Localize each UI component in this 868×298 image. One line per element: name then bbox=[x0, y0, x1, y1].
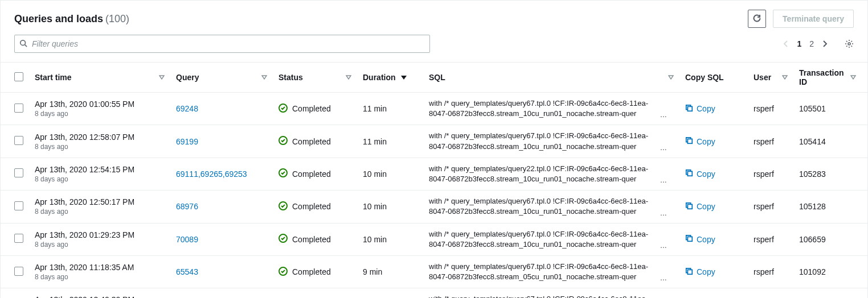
sql-preview: with /* query_templates/query67.tpl.0 !C… bbox=[429, 262, 657, 282]
svg-rect-11 bbox=[687, 237, 692, 242]
transaction-id-value: 105128 bbox=[799, 202, 826, 211]
query-link[interactable]: 65543 bbox=[176, 267, 198, 276]
sort-desc-icon[interactable] bbox=[400, 74, 407, 80]
duration-value: 9 min bbox=[363, 267, 382, 276]
copy-sql-button[interactable]: Copy bbox=[685, 267, 715, 277]
page-prev[interactable] bbox=[783, 40, 789, 48]
query-link[interactable]: 68976 bbox=[176, 202, 198, 211]
sql-ellipsis: ... bbox=[660, 143, 667, 152]
copy-sql-button[interactable]: Copy bbox=[685, 104, 715, 114]
row-checkbox[interactable] bbox=[14, 201, 23, 210]
user-value: rsperf bbox=[754, 235, 774, 244]
col-transaction-id[interactable]: Transaction ID bbox=[799, 68, 848, 86]
duration-value: 10 min bbox=[363, 202, 387, 211]
start-time-ago: 8 days ago bbox=[35, 143, 165, 151]
page-2[interactable]: 2 bbox=[809, 39, 814, 48]
check-circle-icon bbox=[279, 267, 288, 278]
filter-icon[interactable] bbox=[668, 74, 674, 80]
filter-search[interactable] bbox=[14, 35, 430, 53]
status-text: Completed bbox=[292, 104, 331, 113]
panel-title: Queries and loads bbox=[14, 13, 103, 25]
query-link[interactable]: 69199 bbox=[176, 137, 198, 146]
status-text: Completed bbox=[292, 235, 331, 244]
panel-subheader: 1 2 bbox=[1, 32, 867, 62]
user-value: rsperf bbox=[754, 169, 774, 179]
row-checkbox[interactable] bbox=[14, 104, 23, 113]
refresh-icon bbox=[752, 14, 761, 24]
user-value: rsperf bbox=[754, 137, 774, 146]
copy-label: Copy bbox=[697, 137, 715, 146]
col-query[interactable]: Query bbox=[176, 73, 199, 82]
transaction-id-value: 105414 bbox=[799, 137, 826, 146]
sql-ellipsis: ... bbox=[660, 208, 667, 217]
sql-ellipsis: ... bbox=[660, 175, 667, 184]
col-status[interactable]: Status bbox=[279, 73, 303, 82]
table-row: Apr 13th, 2020 12:58:07 PM8 days ago6919… bbox=[1, 125, 867, 158]
transaction-id-value: 106659 bbox=[799, 235, 826, 244]
check-circle-icon bbox=[279, 234, 288, 245]
filter-icon[interactable] bbox=[159, 74, 165, 80]
start-time-ago: 8 days ago bbox=[35, 241, 165, 249]
filter-input[interactable] bbox=[32, 39, 425, 48]
sql-preview: with /* query_templates/query67.tpl.0 !C… bbox=[429, 98, 657, 119]
row-checkbox[interactable] bbox=[14, 234, 23, 243]
check-circle-icon bbox=[279, 201, 288, 212]
duration-value: 11 min bbox=[363, 137, 387, 146]
copy-sql-button[interactable]: Copy bbox=[685, 202, 715, 212]
pagination: 1 2 bbox=[783, 39, 854, 48]
start-time-value: Apr 13th, 2020 01:29:23 PM bbox=[35, 230, 165, 239]
duration-value: 10 min bbox=[363, 169, 387, 179]
page-1[interactable]: 1 bbox=[797, 39, 801, 48]
svg-rect-13 bbox=[687, 270, 692, 274]
filter-icon[interactable] bbox=[850, 74, 856, 80]
transaction-id-value: 105283 bbox=[799, 169, 826, 179]
table-row: Apr 13th, 2020 01:00:55 PM8 days ago6924… bbox=[1, 93, 867, 125]
query-link[interactable]: 70089 bbox=[176, 235, 198, 244]
start-time-ago: 8 days ago bbox=[35, 110, 165, 118]
table-row: Apr 13th, 2020 12:54:15 PM8 days ago6911… bbox=[1, 158, 867, 190]
filter-icon[interactable] bbox=[782, 74, 788, 80]
table-row: Apr 13th, 2020 12:50:17 PM8 days ago6897… bbox=[1, 191, 867, 223]
select-all-checkbox[interactable] bbox=[14, 72, 23, 81]
col-user[interactable]: User bbox=[754, 73, 771, 82]
status-text: Completed bbox=[292, 137, 331, 146]
duration-value: 10 min bbox=[363, 235, 387, 244]
col-start-time[interactable]: Start time bbox=[35, 73, 72, 82]
query-link[interactable]: 69248 bbox=[176, 104, 198, 113]
copy-sql-button[interactable]: Copy bbox=[685, 136, 715, 146]
header-actions: Terminate query bbox=[748, 10, 854, 28]
col-copy-sql: Copy SQL bbox=[685, 73, 724, 82]
copy-icon bbox=[685, 234, 693, 244]
sql-preview: with /* query_templates/query67.tpl.0 !C… bbox=[429, 294, 657, 298]
status-text: Completed bbox=[292, 169, 331, 179]
status-text: Completed bbox=[292, 267, 331, 276]
table-row: Apr 13th, 2020 12:40:30 PM8 days ago6872… bbox=[1, 288, 867, 298]
svg-point-1 bbox=[848, 43, 850, 45]
row-checkbox[interactable] bbox=[14, 267, 23, 276]
copy-sql-button[interactable]: Copy bbox=[685, 234, 715, 244]
user-value: rsperf bbox=[754, 267, 774, 276]
row-checkbox[interactable] bbox=[14, 136, 23, 145]
settings-button[interactable] bbox=[845, 39, 854, 48]
filter-icon[interactable] bbox=[261, 74, 267, 80]
terminate-query-button[interactable]: Terminate query bbox=[773, 10, 854, 28]
start-time-ago: 8 days ago bbox=[35, 208, 165, 216]
queries-panel: Queries and loads (100) Terminate query bbox=[0, 0, 868, 298]
panel-count: (100) bbox=[105, 13, 129, 25]
page-next[interactable] bbox=[822, 40, 828, 48]
row-checkbox[interactable] bbox=[14, 168, 23, 177]
check-circle-icon bbox=[279, 136, 288, 147]
refresh-button[interactable] bbox=[748, 10, 766, 28]
query-link[interactable]: 69111,69265,69253 bbox=[176, 169, 247, 179]
filter-icon[interactable] bbox=[346, 74, 351, 80]
duration-value: 11 min bbox=[363, 104, 387, 113]
search-icon bbox=[19, 39, 27, 49]
start-time-ago: 8 days ago bbox=[35, 175, 165, 183]
col-sql[interactable]: SQL bbox=[429, 73, 445, 82]
copy-icon bbox=[685, 267, 693, 277]
transaction-id-value: 101092 bbox=[799, 267, 826, 276]
col-duration[interactable]: Duration bbox=[363, 73, 396, 82]
start-time-value: Apr 13th, 2020 01:00:55 PM bbox=[35, 100, 165, 109]
copy-sql-button[interactable]: Copy bbox=[685, 169, 715, 179]
copy-icon bbox=[685, 104, 693, 114]
